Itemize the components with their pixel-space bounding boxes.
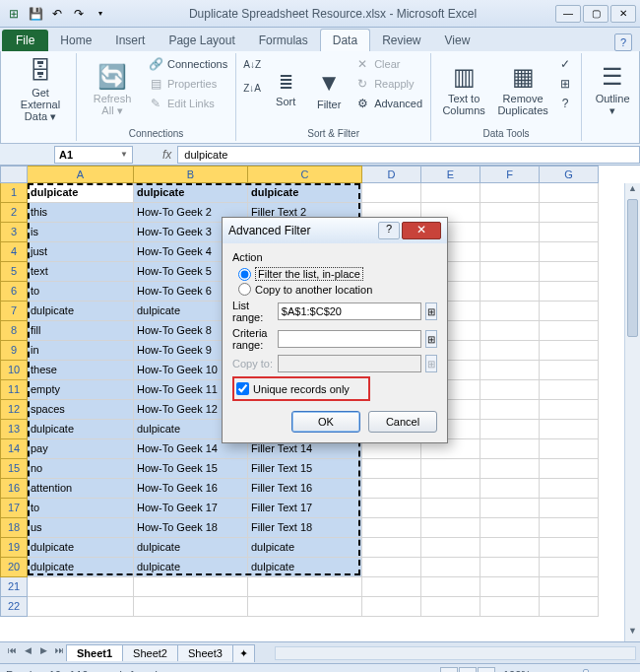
row-header[interactable]: 21 bbox=[0, 577, 28, 597]
reapply-button[interactable]: ↻Reapply bbox=[352, 75, 424, 93]
first-sheet-button[interactable]: ⏮ bbox=[4, 645, 20, 661]
redo-icon[interactable]: ↷ bbox=[69, 4, 89, 24]
cell[interactable]: in bbox=[28, 341, 134, 361]
radio-filter-in-place-input[interactable] bbox=[238, 268, 251, 281]
ribbon-help-button[interactable]: ? bbox=[614, 34, 632, 51]
cell[interactable] bbox=[362, 518, 421, 538]
next-sheet-button[interactable]: ▶ bbox=[35, 645, 51, 661]
row-header[interactable]: 22 bbox=[0, 597, 28, 617]
cell[interactable] bbox=[480, 361, 540, 380]
qat-dropdown-icon[interactable]: ▾ bbox=[91, 4, 110, 24]
cell[interactable] bbox=[540, 361, 599, 380]
row-header[interactable]: 17 bbox=[0, 499, 28, 518]
horizontal-scrollbar[interactable] bbox=[275, 646, 636, 660]
cell[interactable]: dulpicate bbox=[28, 302, 134, 321]
cell[interactable] bbox=[362, 558, 421, 577]
tab-insert[interactable]: Insert bbox=[103, 30, 157, 51]
cell[interactable] bbox=[540, 302, 599, 321]
cell[interactable]: dulpicate bbox=[28, 183, 134, 203]
cell[interactable] bbox=[480, 538, 540, 558]
dialog-help-button[interactable]: ? bbox=[378, 222, 400, 239]
row-header[interactable]: 19 bbox=[0, 538, 28, 558]
cell[interactable] bbox=[480, 459, 540, 479]
cell[interactable]: Filler Text 16 bbox=[248, 479, 362, 499]
clear-button[interactable]: ✕Clear bbox=[352, 55, 424, 73]
cell[interactable] bbox=[421, 558, 480, 577]
row-header[interactable]: 8 bbox=[0, 321, 28, 341]
zoom-in-button[interactable]: + bbox=[628, 669, 634, 673]
row-header[interactable]: 3 bbox=[0, 223, 28, 242]
row-header[interactable]: 1 bbox=[0, 183, 28, 203]
cell[interactable] bbox=[362, 538, 421, 558]
cancel-button[interactable]: Cancel bbox=[368, 411, 437, 433]
row-header[interactable]: 18 bbox=[0, 518, 28, 538]
cell[interactable]: dulpicate bbox=[134, 538, 248, 558]
scroll-thumb[interactable] bbox=[627, 199, 638, 337]
cell[interactable] bbox=[480, 321, 540, 341]
column-header[interactable]: B bbox=[134, 166, 248, 183]
list-range-picker-button[interactable]: ⊞ bbox=[425, 302, 437, 320]
prev-sheet-button[interactable]: ◀ bbox=[20, 645, 35, 661]
cell[interactable] bbox=[480, 479, 540, 499]
cell[interactable] bbox=[540, 538, 599, 558]
tab-data[interactable]: Data bbox=[320, 29, 370, 51]
cell[interactable] bbox=[540, 282, 599, 302]
tab-review[interactable]: Review bbox=[370, 30, 432, 51]
cell[interactable] bbox=[540, 439, 599, 459]
cell[interactable]: to bbox=[28, 499, 134, 518]
dialog-close-button[interactable]: ✕ bbox=[402, 222, 441, 239]
excel-icon[interactable]: ⊞ bbox=[4, 4, 24, 24]
cell[interactable]: How-To Geek 16 bbox=[134, 479, 248, 499]
remove-duplicates-button[interactable]: ▦Remove Duplicates bbox=[494, 55, 551, 124]
outline-button[interactable]: ☰Outline ▾ bbox=[588, 55, 637, 124]
list-range-input[interactable] bbox=[278, 302, 421, 320]
cell[interactable]: dulpicate bbox=[28, 420, 134, 439]
cell[interactable]: no bbox=[28, 459, 134, 479]
cell[interactable] bbox=[421, 538, 480, 558]
cell[interactable] bbox=[540, 341, 599, 361]
cell[interactable] bbox=[480, 420, 540, 439]
formula-bar[interactable]: dulpicate bbox=[177, 146, 640, 164]
cell[interactable] bbox=[480, 518, 540, 538]
cell[interactable] bbox=[540, 242, 599, 262]
cell[interactable]: dulpicate bbox=[28, 538, 134, 558]
row-header[interactable]: 15 bbox=[0, 459, 28, 479]
properties-button[interactable]: ▤Properties bbox=[146, 75, 229, 93]
cell[interactable] bbox=[480, 223, 540, 242]
cell[interactable] bbox=[540, 420, 599, 439]
cell[interactable] bbox=[480, 400, 540, 420]
radio-copy-to-another[interactable]: Copy to another location bbox=[238, 283, 437, 296]
sort-za-button[interactable]: Z↓A bbox=[242, 79, 262, 97]
cell[interactable] bbox=[540, 459, 599, 479]
row-header[interactable]: 4 bbox=[0, 242, 28, 262]
cell[interactable] bbox=[421, 499, 480, 518]
cell[interactable] bbox=[480, 577, 540, 597]
unique-records-row[interactable]: Unique records only bbox=[232, 376, 370, 401]
cell[interactable]: dulpicate bbox=[248, 538, 362, 558]
sheet-tab-sheet1[interactable]: Sheet1 bbox=[66, 644, 123, 661]
cell[interactable] bbox=[540, 518, 599, 538]
sort-az-button[interactable]: A↓Z bbox=[242, 55, 262, 73]
maximize-button[interactable]: ▢ bbox=[583, 5, 608, 23]
ok-button[interactable]: OK bbox=[291, 411, 360, 433]
cell[interactable] bbox=[362, 479, 421, 499]
fx-icon[interactable]: fx bbox=[162, 148, 171, 162]
unique-records-checkbox[interactable] bbox=[236, 382, 249, 395]
row-header[interactable]: 7 bbox=[0, 302, 28, 321]
cell[interactable] bbox=[480, 203, 540, 223]
cell[interactable]: empty bbox=[28, 380, 134, 400]
column-header[interactable]: G bbox=[540, 166, 599, 183]
row-header[interactable]: 9 bbox=[0, 341, 28, 361]
row-header[interactable]: 2 bbox=[0, 203, 28, 223]
text-to-columns-button[interactable]: ▥Text to Columns bbox=[437, 55, 490, 124]
cell[interactable]: this bbox=[28, 203, 134, 223]
cell[interactable] bbox=[421, 597, 480, 617]
cell[interactable]: dulpicate bbox=[248, 558, 362, 577]
cell[interactable]: pay bbox=[28, 439, 134, 459]
row-header[interactable]: 10 bbox=[0, 361, 28, 380]
new-sheet-button[interactable]: ✦ bbox=[232, 644, 255, 662]
zoom-out-button[interactable]: − bbox=[535, 669, 541, 673]
cell[interactable] bbox=[480, 183, 540, 203]
cell[interactable] bbox=[362, 183, 421, 203]
scroll-up-icon[interactable]: ▲ bbox=[625, 183, 640, 199]
